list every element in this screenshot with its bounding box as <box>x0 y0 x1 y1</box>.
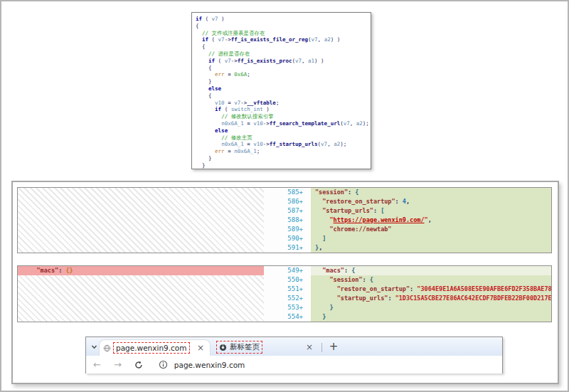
screenshot-canvas: if ( v7 ){ // 文件或注册表是否存在 if ( v7->ff_is_… <box>0 0 569 392</box>
browser-mockup: page.wenxin9.com × 新标签页 × + <box>85 337 503 374</box>
diff-line-number-gutter: 549+550+551+552+553+554+ <box>264 266 311 322</box>
code-line: // 修改主页 <box>196 134 371 142</box>
page-info-icon[interactable] <box>159 360 168 369</box>
code-line: err = 0x6A; <box>196 71 371 78</box>
tab-search-button[interactable] <box>89 341 100 352</box>
diff-added-row: "startup_urls": "1D3C15A5CBE27E86AC642EC… <box>311 294 551 303</box>
diff-line-number: 586+ <box>264 197 311 206</box>
diff-panel-preferences: 585+586+587+588+589+590+591+"session": {… <box>17 187 552 253</box>
diff-added-row: "https://page.wenxin9.com/", <box>311 216 551 225</box>
tab-divider <box>321 343 322 352</box>
reload-button[interactable] <box>134 361 143 369</box>
code-line: n0x6A_1 = v10->ff_search_template_url(v7… <box>196 120 371 127</box>
diff-left-pane <box>18 188 264 253</box>
code-line: { <box>196 65 371 72</box>
browser-tab-new-tab[interactable]: 新标签页 × <box>213 339 319 355</box>
code-line: } <box>196 162 371 169</box>
code-line: if ( v7->ff_is_exists_proc(v7, a1) ) <box>196 58 371 65</box>
code-line: } <box>196 155 371 162</box>
code-line: { <box>196 23 371 30</box>
browser-tab-page-wenxin9[interactable]: page.wenxin9.com × <box>99 339 211 356</box>
tab-close-button[interactable]: × <box>304 343 315 351</box>
code-line: { <box>196 92 371 100</box>
diff-added-row: } <box>311 303 551 312</box>
red-dashed-highlight: 新标签页 <box>216 341 262 354</box>
code-line: } <box>196 78 371 85</box>
diff-line-number: 588+ <box>264 216 311 225</box>
back-button[interactable]: ← <box>93 360 101 369</box>
ida-pseudocode-panel: if ( v7 ){ // 文件或注册表是否存在 if ( v7->ff_is_… <box>191 12 371 169</box>
diff-added-row: "session": { <box>311 275 551 285</box>
diff-left-pane: "macs": {} <box>18 266 264 322</box>
code-line: else <box>196 85 371 92</box>
diff-line-number: 590+ <box>264 234 311 243</box>
diff-added-row: ] <box>311 234 551 243</box>
diff-added-row: "restore_on_startup": 4, <box>311 197 551 206</box>
tab-title: page.wenxin9.com <box>116 344 187 352</box>
globe-icon <box>103 344 111 352</box>
dark-circle-icon <box>219 344 227 351</box>
code-line: if ( switch_int ) <box>196 106 371 113</box>
diff-added-row: "chrome://newtab" <box>311 225 551 234</box>
diff-line-number: 552+ <box>264 294 311 303</box>
code-line: // 修改默认搜索引擎 <box>196 113 371 120</box>
diff-removed-row: "macs": {} <box>18 266 264 275</box>
diff-line-number: 591+ <box>264 243 311 253</box>
code-line: v10 = v7->__vftable; <box>196 100 371 107</box>
new-tab-button[interactable]: + <box>326 339 341 354</box>
pseudocode-lines: if ( v7 ){ // 文件或注册表是否存在 if ( v7->ff_is_… <box>196 16 371 169</box>
code-line: // 文件或注册表是否存在 <box>196 30 371 37</box>
diff-added-row: "restore_on_startup": "3064E9E1A6A508E5E… <box>311 285 551 294</box>
diff-right-pane: "session": { "restore_on_startup": 4, "s… <box>311 188 551 253</box>
forward-button[interactable]: → <box>114 360 122 369</box>
diff-line-number: 585+ <box>264 188 311 197</box>
tab-close-button[interactable]: × <box>195 344 206 352</box>
diff-added-row: } <box>311 312 551 322</box>
analysis-container: 585+586+587+588+589+590+591+"session": {… <box>11 181 559 384</box>
diff-added-row: "macs": { <box>311 266 551 275</box>
address-text[interactable]: page.wenxin9.com <box>174 361 245 369</box>
code-line: if ( v7->ff_is_exists_file_or_reg(v7, a2… <box>196 36 371 43</box>
diff-added-row: "session": { <box>311 188 551 197</box>
browser-toolbar: ← → page.wenxin9.com <box>86 356 502 374</box>
code-line: err = n0x6A_1; <box>196 148 371 155</box>
code-line: // 进程是否存在 <box>196 51 371 58</box>
code-line: if ( v7 ) <box>196 16 371 23</box>
diff-line-number: 587+ <box>264 206 311 216</box>
code-line: else <box>196 127 371 134</box>
browser-tab-strip: page.wenxin9.com × 新标签页 × + <box>86 337 502 356</box>
code-line: n0x6A_1 = v10->ff_startup_urls(v7, a2); <box>196 141 371 148</box>
diff-line-number: 554+ <box>264 312 311 322</box>
diff-line-number: 551+ <box>264 285 311 294</box>
diff-right-pane: "macs": { "session": { "restore_on_start… <box>311 266 551 322</box>
diff-line-number: 553+ <box>264 303 311 312</box>
diff-line-number: 550+ <box>264 275 311 285</box>
chevron-down-icon <box>90 340 98 354</box>
diff-added-row: }, <box>311 243 551 253</box>
code-line: { <box>196 43 371 51</box>
diff-added-row: "startup_urls": [ <box>311 206 551 216</box>
diff-panel-secure-preferences: "macs": {}549+550+551+552+553+554+ "macs… <box>17 265 552 322</box>
diff-line-number: 549+ <box>264 266 311 275</box>
diff-line-number-gutter: 585+586+587+588+589+590+591+ <box>264 188 311 253</box>
tab-title: 新标签页 <box>230 342 260 352</box>
diff-line-number: 589+ <box>264 225 311 234</box>
red-dashed-highlight: page.wenxin9.com <box>113 342 190 354</box>
